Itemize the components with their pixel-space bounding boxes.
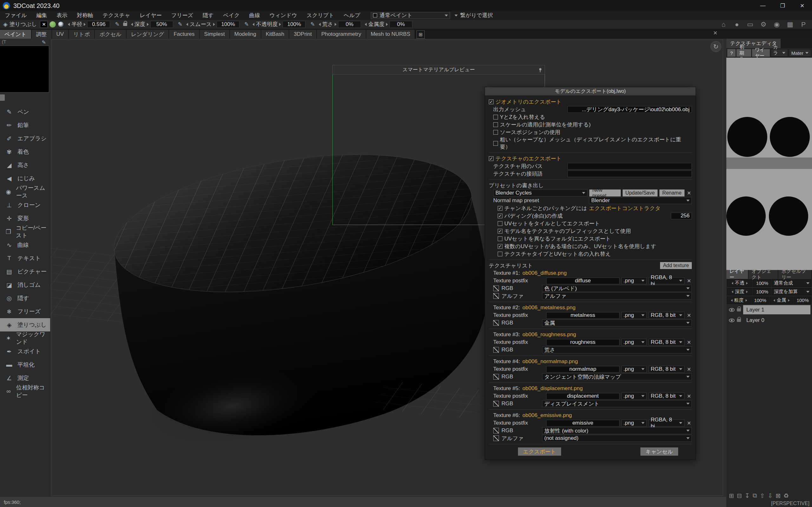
menu-help[interactable]: ヘルプ xyxy=(339,11,365,20)
menu-view[interactable]: 表示 xyxy=(52,11,72,20)
rgb-channel-select[interactable]: 放射性 (with color) xyxy=(542,427,692,434)
menu-symmetry[interactable]: 対称軸 xyxy=(72,11,98,20)
curve-icon[interactable] xyxy=(493,401,499,406)
texture-path-field[interactable] xyxy=(567,163,692,170)
blend-mode-dropdown[interactable]: 通常合成 xyxy=(772,279,811,287)
tool-fill[interactable]: ◈塗りつぶし xyxy=(0,318,50,331)
curve-icon[interactable] xyxy=(493,320,499,326)
checker-icon[interactable]: ▦ xyxy=(786,20,794,28)
decrement-arrow[interactable] xyxy=(773,299,775,302)
new-preset-button[interactable]: New preset xyxy=(589,189,620,196)
checkbox[interactable] xyxy=(498,229,502,233)
layer-row[interactable]: Layer 1 xyxy=(726,304,812,315)
opacity-stepper[interactable]: 不透 xyxy=(727,279,752,287)
wireframe-button[interactable]: ワイヤー xyxy=(752,49,770,57)
menu-bake[interactable]: ベイク xyxy=(218,11,244,20)
add-texture-button[interactable]: Add texture xyxy=(660,262,692,269)
checkbox[interactable] xyxy=(498,206,502,211)
delete-box-icon[interactable]: ⊠ xyxy=(775,492,780,499)
tab-uv[interactable]: UV xyxy=(52,30,68,39)
increment-arrow[interactable] xyxy=(279,23,281,26)
increment-arrow[interactable] xyxy=(335,23,337,26)
increment-arrow[interactable] xyxy=(84,23,86,26)
menu-layers[interactable]: レイヤー xyxy=(135,11,166,20)
checkbox[interactable] xyxy=(493,122,498,127)
panorama-icon[interactable]: ▭ xyxy=(746,20,754,28)
layer-name[interactable]: Layer 0 xyxy=(743,316,810,325)
tab-modeling[interactable]: Modeling xyxy=(230,30,261,39)
material-dropdown[interactable]: Mater xyxy=(789,49,811,57)
depth-value[interactable]: 100% xyxy=(753,288,771,295)
tool-picture[interactable]: ▤ピクチャー xyxy=(0,265,50,278)
postfix-field[interactable]: diffuse xyxy=(546,278,619,284)
edit-pencil-icon[interactable]: ✎ xyxy=(244,21,249,27)
export-constructor-link[interactable]: エクスポートコンストラクタ xyxy=(589,205,661,212)
extension-select[interactable]: .png xyxy=(621,277,647,284)
checkbox[interactable] xyxy=(493,141,498,146)
checkbox[interactable] xyxy=(493,115,498,119)
menu-curves[interactable]: 曲線 xyxy=(245,11,265,20)
tab-retopo[interactable]: リトポ xyxy=(69,30,94,39)
texture-preview-canvas[interactable] xyxy=(726,58,812,270)
pen-edit-icon[interactable]: ✎ xyxy=(42,39,46,45)
menu-texture[interactable]: テクスチャ xyxy=(98,11,135,20)
falloff-sphere-icon[interactable] xyxy=(58,21,64,27)
edit-pencil-icon[interactable]: ✎ xyxy=(115,21,119,27)
lock-icon[interactable] xyxy=(737,308,741,312)
postfix-field[interactable]: displacement xyxy=(546,393,619,400)
smooth-value[interactable]: 100% xyxy=(217,21,240,28)
tool-magic-wand[interactable]: ✶マジックワンド xyxy=(0,331,50,345)
tab-3dprint[interactable]: 3DPrint xyxy=(289,30,316,39)
remove-texture-icon[interactable]: ✕ xyxy=(687,366,692,372)
tab-layers[interactable]: レイヤー xyxy=(726,270,748,279)
decrement-arrow[interactable] xyxy=(186,23,188,26)
color-swatch[interactable] xyxy=(49,21,56,27)
alpha-channel-select[interactable]: (not assigned) xyxy=(542,435,692,442)
tool-copy-paste[interactable]: ❐コピー/ペースト xyxy=(0,225,50,238)
format-select[interactable]: RGBA, 8 bi xyxy=(649,277,684,284)
rgb-channel-select[interactable]: 金属 xyxy=(542,320,692,326)
rgb-channel-select[interactable]: タンジェント空間の法線マップ xyxy=(542,373,692,380)
export-button[interactable]: エクスポート xyxy=(518,447,561,456)
tool-hide[interactable]: ◎隠す xyxy=(0,291,50,305)
tool-text[interactable]: Tテキスト xyxy=(0,251,50,265)
minimize-button[interactable]: — xyxy=(753,0,773,11)
tab-mesh-to-nurbs[interactable]: Mesh to NURBS xyxy=(366,30,415,39)
tool-measure[interactable]: ∠測定 xyxy=(0,372,50,385)
palette-handle[interactable] xyxy=(0,95,5,101)
texture-prefix-field[interactable] xyxy=(567,170,692,177)
opacity-value[interactable]: 100% xyxy=(283,21,305,28)
roughness-value[interactable]: 0% xyxy=(338,21,361,28)
tab-kitbash[interactable]: KitBash xyxy=(261,30,289,39)
layer-row[interactable]: Layer 0 xyxy=(726,315,812,326)
tool-clone[interactable]: ⊥クローン xyxy=(0,199,50,212)
color-mode-dropdown[interactable]: カラー xyxy=(771,49,788,57)
camera-orbit-icon[interactable]: ↻ xyxy=(711,41,721,52)
decrement-arrow[interactable] xyxy=(68,23,70,26)
padding-value-field[interactable]: 256 xyxy=(671,213,692,219)
decrement-arrow[interactable] xyxy=(732,291,733,293)
decrement-arrow[interactable] xyxy=(365,23,367,26)
tab-photogrammetry[interactable]: Photogrammetry xyxy=(317,30,366,39)
checkbox[interactable] xyxy=(498,251,502,257)
menu-script[interactable]: スクリプト xyxy=(302,11,339,20)
tool-transform[interactable]: ✛変形 xyxy=(0,212,50,225)
add-layer-icon[interactable]: ⊞ xyxy=(729,492,734,499)
alpha-channel-select[interactable]: アルファ xyxy=(542,292,692,299)
tab-texture-editor[interactable]: テクスチャエディタ xyxy=(726,39,780,48)
import-icon[interactable]: ↧ xyxy=(745,492,750,499)
sphere-icon[interactable]: ● xyxy=(733,20,741,28)
smart-material-preview-titlebar[interactable]: スマートマテリアルプレビュー xyxy=(333,65,545,74)
roughness-value[interactable]: 100% xyxy=(751,297,769,304)
tool-power-smooth[interactable]: ◉パワースムース xyxy=(0,185,50,199)
paint-p-icon[interactable]: P xyxy=(799,20,808,28)
reset-button[interactable]: 初期化 xyxy=(737,49,751,57)
help-button[interactable]: ? xyxy=(727,49,735,57)
rgb-channel-select[interactable]: 色 (アルベド) xyxy=(542,285,692,292)
curve-icon[interactable] xyxy=(493,374,499,380)
trash-icon[interactable]: ♻ xyxy=(783,492,789,499)
color-swatch-preview[interactable] xyxy=(0,46,49,93)
menu-freeze[interactable]: フリーズ xyxy=(166,11,198,20)
extension-select[interactable]: .png xyxy=(621,419,647,427)
extension-select[interactable]: .png xyxy=(621,366,647,373)
